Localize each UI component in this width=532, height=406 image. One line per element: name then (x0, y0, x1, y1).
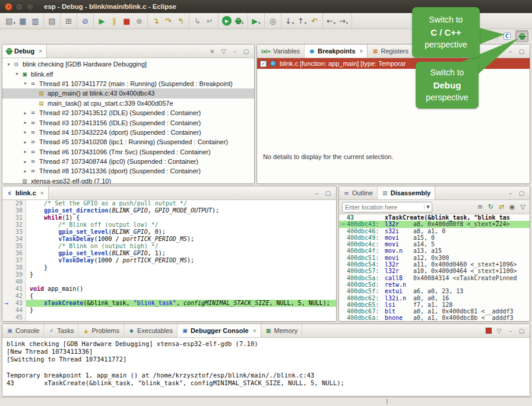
next-annotation-icon[interactable]: ↓▾ (283, 15, 296, 27)
disasm-mnemonic: s32i (385, 228, 413, 234)
refresh-icon[interactable]: ↻ (487, 203, 495, 211)
search-icon[interactable]: ◎ (267, 15, 279, 27)
tab-debug[interactable]: Debug × (2, 45, 47, 58)
debug-tree-item[interactable]: ▸≡Thread #6 1073431096 (Tmr Svc) (Suspen… (2, 147, 254, 157)
collapsed-arrow-icon[interactable]: ▸ (21, 159, 29, 164)
view-tab-outline[interactable]: ≡Outline (339, 186, 378, 199)
close-tab-icon[interactable]: × (39, 48, 42, 55)
breakpoint-checkbox[interactable]: ✓ (260, 61, 267, 67)
view-menu-icon[interactable]: ▽ (220, 47, 227, 55)
debug-tree-item[interactable]: ▾◎blink checking [GDB Hardware Debugging… (2, 59, 254, 69)
minimize-icon[interactable]: – (231, 47, 239, 55)
pin-icon[interactable]: ◉ (508, 203, 516, 211)
previous-annotation-icon[interactable]: ↑▾ (296, 15, 308, 27)
minimize-icon[interactable]: – (506, 189, 514, 197)
collapsed-arrow-icon[interactable]: ▸ (21, 110, 29, 116)
step-over-icon[interactable]: ↷ (162, 15, 175, 27)
step-into-icon[interactable]: ↴ (150, 15, 162, 27)
view-tab-console[interactable]: ▣Console (2, 324, 44, 337)
disassembly-area[interactable]: 43xTaskCreate(&blink_task, "blink_tas→40… (339, 214, 530, 321)
view-tab-tasks[interactable]: ✓Tasks (44, 324, 78, 337)
c-cpp-perspective-button[interactable]: C (501, 30, 514, 42)
debug-tree-item[interactable]: ▤main_task() at cpu_start.c:339 0x400d05… (2, 99, 254, 108)
window-close-button[interactable]: × (5, 3, 12, 11)
debugger-console-output[interactable]: blink checking [GDB Hardware Debugging] … (2, 338, 530, 396)
view-tab-variables[interactable]: (x)=Variables (257, 45, 305, 58)
save-icon[interactable]: ▦ (17, 15, 29, 27)
drop-to-frame-icon[interactable]: ↵ (204, 15, 216, 27)
view-tab-breakpoints[interactable]: ●Breakpoints× (305, 45, 368, 58)
debug-tree-item[interactable]: ▸≡Thread #3 1073413156 (IDLE) (Suspended… (2, 118, 254, 127)
collapsed-arrow-icon[interactable]: ▸ (21, 169, 29, 174)
build-all-icon[interactable]: ⊞ (62, 15, 75, 27)
resume-icon[interactable]: ▶ (96, 15, 108, 27)
disassembly-toolbar: ▼ ≡ ↻ ⇄ ◉ ▽ (339, 200, 530, 214)
view-menu-icon[interactable]: ▽ (495, 327, 503, 335)
breakpoint-item[interactable]: ✓ blink.c [function: app_main] [type: Te… (257, 58, 530, 69)
external-tools-icon[interactable]: ▶▾ (250, 15, 262, 27)
expanded-arrow-icon[interactable]: ▾ (13, 71, 21, 77)
window-maximize-button[interactable]: ▢ (26, 3, 34, 11)
maximize-icon[interactable]: ▢ (518, 327, 525, 335)
step-return-icon[interactable]: ↰ (175, 15, 187, 27)
run-icon[interactable]: ▶ (222, 16, 232, 26)
view-tab-registers[interactable]: ▦Registers (368, 45, 413, 58)
terminate-icon[interactable]: ■ (121, 15, 133, 27)
debug-tree-item[interactable]: ▸≡Thread #4 1073432224 (dport) (Suspende… (2, 128, 254, 137)
minimize-icon[interactable]: – (313, 189, 321, 197)
suspend-icon[interactable]: ‖ (108, 15, 121, 27)
debug-tree-item[interactable]: ▸≡Thread #2 1073413512 (IDLE) (Suspended… (2, 108, 254, 118)
print-icon[interactable]: ▤ (46, 15, 58, 27)
view-menu-icon[interactable]: ▽ (519, 203, 527, 211)
view-tab-disassembly[interactable]: ▥Disassembly (378, 186, 435, 199)
remove-all-terminated-icon[interactable]: × (208, 47, 216, 55)
collapsed-arrow-icon[interactable]: ▸ (21, 129, 29, 135)
debug-perspective-button[interactable] (515, 30, 528, 42)
collapsed-arrow-icon[interactable]: ▸ (21, 139, 29, 145)
show-source-icon[interactable]: ≡ (476, 203, 484, 211)
debug-icon[interactable]: ▾ (233, 15, 246, 27)
terminate-icon[interactable] (486, 328, 492, 334)
close-tab-icon[interactable]: × (253, 328, 256, 334)
maximize-icon[interactable]: ▢ (324, 189, 332, 197)
debug-tree-item[interactable]: ▸≡Thread #8 1073411336 (dport) (Suspende… (2, 166, 254, 176)
debug-tree-item[interactable]: ▾≡Thread #1 1073411772 (main : Running) … (2, 79, 254, 88)
maximize-icon[interactable]: ▢ (242, 47, 250, 55)
location-input[interactable] (343, 204, 424, 211)
sync-icon[interactable]: ⇄ (498, 203, 505, 211)
view-tab-debugger-console[interactable]: ▣Debugger Console× (178, 324, 261, 337)
back-icon[interactable]: ←▾ (325, 15, 337, 27)
instruction-stepping-icon[interactable]: ↳ (191, 15, 204, 27)
disconnect-icon[interactable]: ⊗ (133, 15, 145, 27)
forward-icon[interactable]: →▾ (337, 15, 350, 27)
close-tab-icon[interactable]: × (40, 190, 44, 196)
window-minimize-button[interactable]: – (15, 3, 23, 11)
debug-tree-item[interactable]: ▾▣blink.elf (2, 69, 254, 78)
debug-tree-item[interactable]: ▸≡Thread #7 1073408744 (ipc0) (Suspended… (2, 157, 254, 166)
combo-dropdown-icon[interactable]: ▼ (424, 205, 432, 210)
skip-all-breakpoints-icon[interactable]: ⊘ (79, 15, 91, 27)
open-perspective-button[interactable]: ⊞ (481, 30, 494, 42)
debug-tree-item[interactable]: ▤app_main() at blink.c:43 0x400dbc43 (2, 88, 254, 98)
view-tab-memory[interactable]: ▦Memory (261, 324, 303, 337)
debug-tree-item[interactable]: ▸≡Thread #5 1073410208 (ipc1 : Running) … (2, 137, 254, 147)
new-wizard-icon[interactable]: ▤▾ (4, 15, 17, 27)
maximize-icon[interactable]: ▢ (518, 189, 525, 197)
minimize-icon[interactable]: – (506, 47, 514, 55)
close-tab-icon[interactable]: × (360, 48, 363, 55)
expanded-arrow-icon[interactable]: ▾ (5, 62, 12, 67)
maximize-icon[interactable]: ▢ (518, 47, 525, 55)
view-tab-executables[interactable]: ◆Executables (124, 324, 178, 337)
collapsed-arrow-icon[interactable]: ▸ (21, 120, 29, 125)
view-tab-problems[interactable]: ▲Problems (78, 324, 124, 337)
sash-grip[interactable] (387, 399, 388, 404)
last-edit-location-icon[interactable]: ↶ (308, 15, 321, 27)
location-combo[interactable]: ▼ (342, 202, 432, 212)
minimize-icon[interactable]: – (506, 327, 514, 335)
expanded-arrow-icon[interactable]: ▾ (21, 81, 29, 86)
save-all-icon[interactable]: ▥ (29, 15, 42, 27)
code-editor-area[interactable]: 29 /* Set the GPIO as a push/pull output… (2, 200, 336, 321)
tab-blink-c[interactable]: c blink.c × (2, 186, 49, 199)
collapsed-arrow-icon[interactable]: ▸ (21, 149, 29, 154)
debug-tree-item[interactable]: ▥xtensa-esp32-elf-gdb (7.10) (2, 176, 254, 183)
